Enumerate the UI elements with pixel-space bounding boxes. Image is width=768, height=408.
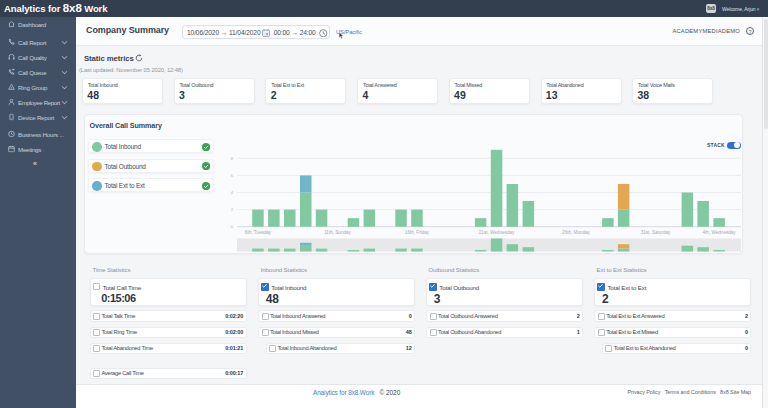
svg-text:2: 2 — [231, 207, 234, 212]
svg-text:8: 8 — [231, 156, 234, 161]
svg-text:16th, Friday: 16th, Friday — [405, 230, 430, 235]
svg-text:31st, Saturday: 31st, Saturday — [641, 230, 671, 235]
svg-text:6th, Tuesday: 6th, Tuesday — [245, 230, 272, 235]
svg-text:21st, Wednesday: 21st, Wednesday — [479, 230, 515, 235]
svg-text:6: 6 — [231, 173, 234, 178]
svg-text:0: 0 — [231, 224, 234, 229]
svg-text:11th, Sunday: 11th, Sunday — [324, 230, 351, 235]
svg-text:4: 4 — [231, 190, 234, 195]
svg-text:26th, Monday: 26th, Monday — [562, 230, 591, 235]
svg-text:4th, Wednesday: 4th, Wednesday — [703, 230, 737, 235]
